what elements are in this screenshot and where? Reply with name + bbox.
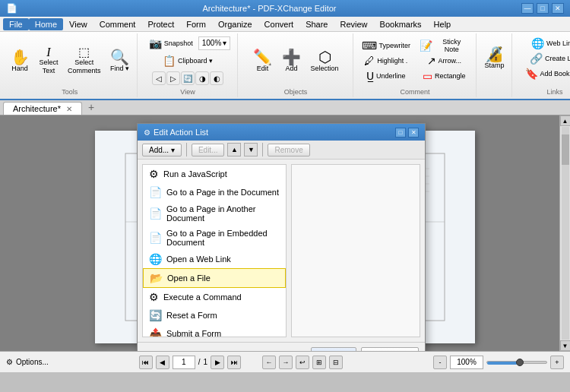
- menu-file[interactable]: File: [3, 18, 29, 30]
- next-page-btn[interactable]: ▶: [211, 356, 224, 369]
- highlight-button[interactable]: 🖊 Highlight .: [358, 54, 415, 68]
- menu-comment[interactable]: Comment: [93, 18, 142, 30]
- arrow-button[interactable]: ↗ Arrow...: [416, 54, 472, 68]
- menu-help[interactable]: Help: [428, 18, 458, 30]
- options-icon: ⚙: [6, 358, 13, 366]
- zoom-slider[interactable]: [486, 361, 547, 364]
- menu-home[interactable]: Home: [29, 18, 63, 30]
- ribbon-select-comments-button[interactable]: ⬚ SelectComments: [64, 38, 105, 84]
- web-links-button[interactable]: 🌐 Web Links: [521, 36, 570, 50]
- dialog-maximize-btn[interactable]: □: [395, 128, 406, 138]
- typewriter-button[interactable]: ⌨ Typewriter: [358, 39, 415, 52]
- view-nav-btn2[interactable]: ▷: [166, 71, 180, 85]
- zoom-out-btn[interactable]: ←: [262, 356, 276, 369]
- new-tab-btn[interactable]: +: [82, 100, 100, 115]
- action-item-execute-command[interactable]: ⚙ Execute a Command: [143, 288, 286, 306]
- zoom-dropdown-icon[interactable]: ▾: [223, 39, 226, 47]
- view-nav-btn4[interactable]: ◑: [195, 71, 209, 85]
- clipboard-button[interactable]: 📋 Clipboard ▾: [159, 54, 217, 68]
- first-page-btn[interactable]: ⏮: [139, 356, 153, 369]
- minimize-button[interactable]: —: [521, 3, 534, 14]
- stamp-button[interactable]: 🔏 Stamp: [481, 35, 508, 81]
- status-bar: ⚙ Options... ⏮ ◀ 1 / 1 ▶ ⏭ ← → ↩ ⊞ ⊟ - 1…: [0, 351, 570, 372]
- fit-page-btn[interactable]: ⊞: [312, 356, 326, 369]
- zoom-increase-btn[interactable]: +: [550, 356, 564, 369]
- action-item-goto-another[interactable]: 📄 Go to a Page in Another Document: [143, 201, 286, 226]
- menu-view[interactable]: View: [63, 18, 93, 30]
- ribbon-find-button[interactable]: 🔍 Find ▾: [106, 38, 134, 84]
- action-list[interactable]: ⚙ Run a JavaScript 📄 Go to a Page in the…: [142, 164, 287, 337]
- menu-form[interactable]: Form: [180, 18, 212, 30]
- highlight-icon: 🖊: [364, 55, 375, 66]
- add-bookmark-label: Add Bookmark: [540, 70, 570, 77]
- create-link-button[interactable]: 🔗 Create Link: [521, 52, 570, 65]
- zoom-slider-area[interactable]: [486, 361, 547, 364]
- dialog-title-bar: ⚙ Edit Action List □ ✕: [138, 124, 425, 141]
- current-page-input[interactable]: 1: [173, 356, 195, 369]
- fit-width-btn[interactable]: ⊟: [329, 356, 343, 369]
- select-comments-label: SelectComments: [68, 58, 101, 75]
- zoom-decrease-btn[interactable]: -: [433, 356, 447, 369]
- action-up-button[interactable]: ▲: [227, 143, 241, 156]
- options-label[interactable]: Options...: [16, 358, 49, 366]
- view-nav-btn1[interactable]: ◁: [152, 71, 166, 85]
- menu-organize[interactable]: Organize: [212, 18, 258, 30]
- menu-bar: File Home View Comment Protect Form Orga…: [0, 17, 570, 32]
- menu-convert[interactable]: Convert: [258, 18, 300, 30]
- underline-button[interactable]: U̲ Underline: [358, 69, 415, 83]
- add-icon: ➕: [282, 49, 301, 65]
- zoom-in-btn[interactable]: →: [279, 356, 293, 369]
- menu-protect[interactable]: Protect: [141, 18, 180, 30]
- select-comments-icon: ⬚: [78, 46, 90, 58]
- last-page-btn[interactable]: ⏭: [227, 356, 241, 369]
- action-item-javascript[interactable]: ⚙ Run a JavaScript: [143, 165, 286, 183]
- ok-button[interactable]: OK: [311, 347, 356, 351]
- create-link-label: Create Link: [545, 55, 570, 62]
- remove-action-button[interactable]: Remove: [268, 144, 309, 156]
- selection-button[interactable]: ⬡ Selection: [307, 38, 343, 84]
- prev-page-btn[interactable]: ◀: [156, 356, 169, 369]
- action-item-goto-page[interactable]: 📄 Go to a Page in the Document: [143, 183, 286, 201]
- tab-bar: Architecture* ✕ +: [0, 100, 570, 115]
- add-label: Add: [285, 65, 297, 73]
- zoom-level-input[interactable]: 100%: [450, 356, 483, 369]
- links-group-label: Links: [547, 87, 563, 96]
- add-bookmark-button[interactable]: 🔖 Add Bookmark: [521, 67, 570, 81]
- tab-close-icon[interactable]: ✕: [66, 105, 72, 113]
- action-item-web-link[interactable]: 🌐 Open a Web Link: [143, 250, 286, 268]
- edit-button[interactable]: ✏️ Edit: [249, 38, 277, 84]
- dialog-close-btn[interactable]: ✕: [408, 128, 419, 138]
- menu-share[interactable]: Share: [299, 18, 334, 30]
- stamp-label: Stamp: [485, 62, 505, 70]
- zoom-slider-thumb[interactable]: [516, 359, 524, 366]
- ribbon-select-text-button[interactable]: I SelectText: [35, 38, 62, 84]
- view-nav-btn3[interactable]: 🔄: [181, 71, 195, 85]
- menu-review[interactable]: Review: [334, 18, 373, 30]
- objects-row1: ✏️ Edit ➕ Add ⬡ Selection: [249, 35, 343, 87]
- add-action-button[interactable]: Add... ▾: [142, 144, 182, 156]
- clipboard-label: Clipboard ▾: [178, 57, 213, 65]
- action-item-execute-command-label: Execute a Command: [163, 292, 242, 302]
- ribbon-hand-button[interactable]: ✋ Hand: [6, 38, 33, 84]
- zoom-control[interactable]: 100% ▾: [198, 36, 231, 50]
- snapshot-button[interactable]: 📷 Snapshot: [145, 36, 197, 50]
- action-down-button[interactable]: ▼: [244, 143, 258, 156]
- edit-action-button[interactable]: Edit...: [192, 144, 225, 156]
- action-item-open-file[interactable]: 📂 Open a File: [143, 268, 286, 288]
- dialog-footer: OK Cancel: [138, 342, 425, 351]
- action-item-submit-form[interactable]: 📤 Submit a Form: [143, 324, 286, 337]
- action-item-reset-form[interactable]: 🔄 Reset a Form: [143, 306, 286, 324]
- action-item-goto-embedded[interactable]: 📄 Go to a Page in Embedded Document: [143, 226, 286, 250]
- cancel-button[interactable]: Cancel: [361, 347, 419, 351]
- add-button[interactable]: ➕ Add: [278, 38, 306, 84]
- sticky-note-button[interactable]: 📝 Sticky Note: [416, 39, 472, 52]
- rectangle-button[interactable]: ▭ Rectangle: [416, 69, 472, 83]
- maximize-button[interactable]: □: [537, 3, 549, 14]
- tab-architecture[interactable]: Architecture* ✕: [3, 102, 82, 115]
- ribbon: ✋ Hand I SelectText ⬚ SelectComments 🔍 F…: [0, 32, 570, 100]
- view-nav-btn5[interactable]: ◐: [210, 71, 223, 85]
- menu-bookmarks[interactable]: Bookmarks: [374, 18, 428, 30]
- rotate-btn[interactable]: ↩: [296, 356, 309, 369]
- status-center: ⏮ ◀ 1 / 1 ▶ ⏭ ← → ↩ ⊞ ⊟: [52, 356, 430, 369]
- close-button[interactable]: ✕: [552, 3, 564, 14]
